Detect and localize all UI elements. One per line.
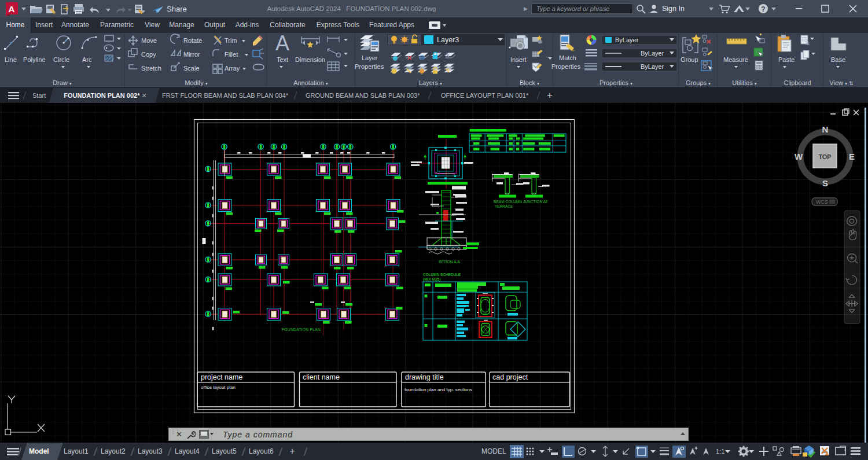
- svg-text:client name: client name: [303, 373, 340, 381]
- svg-text:FOUNDATION PLAN: FOUNDATION PLAN: [282, 327, 321, 332]
- svg-text:ByLayer: ByLayer: [641, 63, 664, 70]
- svg-text:(MIX M25): (MIX M25): [423, 277, 440, 282]
- svg-text:Layer3: Layer3: [437, 36, 459, 44]
- svg-text:ByLayer: ByLayer: [615, 36, 639, 43]
- svg-text:TERRACE: TERRACE: [495, 204, 513, 208]
- svg-text:W: W: [795, 152, 803, 161]
- svg-text:WCS: WCS: [816, 199, 828, 205]
- svg-text:?: ?: [761, 5, 765, 13]
- svg-text:SETION A-A: SETION A-A: [439, 260, 461, 264]
- svg-text:BEAM COLUMN JUNCTION AT: BEAM COLUMN JUNCTION AT: [494, 200, 548, 204]
- svg-text:cad project: cad project: [492, 373, 528, 381]
- svg-text:project name: project name: [201, 373, 242, 381]
- svg-text:1:1: 1:1: [716, 448, 724, 455]
- svg-text:N: N: [822, 124, 829, 134]
- svg-text:ByLayer: ByLayer: [641, 50, 664, 57]
- svg-text:TOP: TOP: [819, 153, 831, 160]
- svg-text:drawing title: drawing title: [405, 373, 444, 381]
- svg-text:office layout plan: office layout plan: [201, 385, 236, 390]
- svg-text:E: E: [849, 152, 855, 161]
- svg-text:COLUMN SCHEDULE: COLUMN SCHEDULE: [423, 273, 461, 277]
- svg-text:A: A: [275, 33, 289, 55]
- svg-text:Share: Share: [167, 5, 187, 13]
- svg-text:foundation plan and typ. secti: foundation plan and typ. sections: [404, 387, 472, 392]
- svg-text:S: S: [822, 178, 828, 188]
- svg-text:A: A: [9, 4, 15, 14]
